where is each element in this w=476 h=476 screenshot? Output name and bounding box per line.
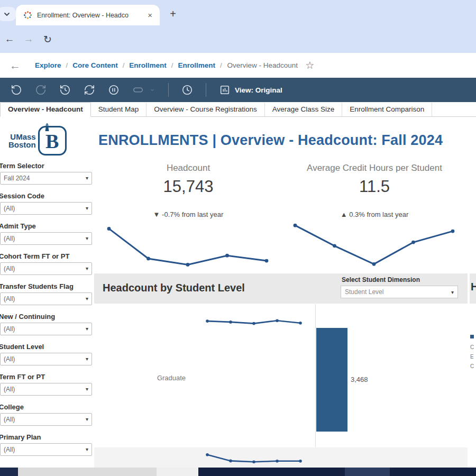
breadcrumb-link-explore[interactable]: Explore [35,61,61,69]
section-headcount-by-student-level: Headcount by Student Level Select Studen… [94,273,468,304]
chevron-down-icon [3,11,11,18]
filter-value: (All) [4,205,15,212]
filter-select-new-continuing[interactable]: (All) ▾ [0,323,92,335]
favorite-star-icon[interactable]: ☆ [305,59,314,71]
next-row-trend-line-clipped[interactable] [202,450,306,466]
breadcrumb-link-core-content[interactable]: Core Content [72,61,118,69]
kpi-credit-hours: Average Credit Hours per Student 11.5 ▲ … [286,163,463,218]
filter-value: (All) [4,295,15,303]
browser-tab[interactable]: Enrollment: Overview - Headco × [16,5,160,25]
filter-select-primary-plan[interactable]: (All) ▾ [0,443,92,456]
new-tab-button[interactable]: + [166,7,180,21]
chevron-down-icon: ▾ [86,263,88,274]
filter-select-student-level[interactable]: (All) ▾ [0,353,92,365]
refresh-icon[interactable] [84,84,95,96]
taskbar[interactable] [0,468,476,476]
next-panel-legend-clipped: C E C [470,335,476,373]
logo-monogram: B [38,126,67,155]
filter-student-level: Student Level (All) ▾ [0,343,94,365]
taskbar-segment[interactable] [0,468,18,476]
filter-label: Term Selector [0,162,94,170]
tab-search-button[interactable] [0,7,16,21]
bar-axis-line [315,304,316,468]
tab-close-icon[interactable]: × [145,10,154,20]
headcount-trend-sparkline[interactable] [104,221,272,272]
graduate-trend-line[interactable] [202,313,306,330]
legend-fragment: C [470,364,476,369]
filter-label: College [0,403,94,411]
kpi-delta: ▼ -0.7% from last year [98,210,278,218]
filter-value: (All) [4,416,15,423]
next-section-header-clipped: H [470,273,476,304]
redo-icon[interactable] [35,84,47,96]
chevron-down-icon: ▾ [86,353,88,365]
breadcrumb-link-enrollment-2[interactable]: Enrollment [178,61,215,69]
filter-value: (All) [4,355,15,363]
view-icon [219,84,231,96]
reload-icon[interactable]: ↻ [38,33,57,45]
breadcrumb-back-icon[interactable]: ← [10,59,21,72]
credit-hours-trend-sparkline[interactable] [290,219,458,271]
filter-select-cohort-term[interactable]: (All) ▾ [0,262,92,275]
sheet-tab-bar: Overview - Headcount Student Map Overvie… [0,102,476,117]
filter-label: Primary Plan [0,433,94,441]
filter-label: Student Level [0,343,94,351]
filter-value: (All) [4,325,15,333]
tab-enrollment-comparison[interactable]: Enrollment Comparison [342,103,432,116]
filter-session-code: Session Code (All) ▾ [0,192,94,215]
filter-label: Admit Type [0,222,94,230]
filter-term-ft-pt: Term FT or PT (All) ▾ [0,373,94,396]
filter-value: (All) [4,265,15,272]
umass-boston-logo: UMass Boston B [8,126,67,155]
pause-updates-icon[interactable] [108,84,120,96]
filter-new-continuing: New / Continuing (All) ▾ [0,313,94,335]
section-title: Headcount by Student Level [103,282,245,294]
forward-icon[interactable]: → [19,33,38,45]
tab-student-map[interactable]: Student Map [91,103,147,116]
dimension-value: Student Level [345,288,383,296]
logo-letter: B [45,130,59,153]
taskbar-segment[interactable] [18,468,157,476]
filter-select-session-code[interactable]: (All) ▾ [0,202,92,215]
chevron-down-icon: ▾ [86,293,88,305]
filter-value: (All) [4,235,15,242]
tableau-favicon [23,11,32,20]
student-dimension-select[interactable]: Student Level ▾ [341,286,458,298]
kpi-label: Headcount [98,163,278,173]
breadcrumb-separator: / [220,61,222,69]
share-icon[interactable] [132,84,144,96]
dashboard: UMass Boston B ENROLLMENTS | Overview - … [0,117,476,468]
dimension-selector-label: Select Student Dimension [342,276,420,283]
taskbar-segment[interactable] [390,468,476,476]
filter-select-term[interactable]: Fall 2024 ▾ [0,172,92,185]
chevron-down-icon: ▾ [86,172,88,184]
legend-swatch [470,335,474,338]
row-label-graduate: Graduate [142,374,201,382]
filter-panel: Term Selector Fall 2024 ▾ Session Code (… [0,162,94,463]
tab-overview-headcount[interactable]: Overview - Headcount [0,102,91,117]
logo-wordmark: UMass Boston [8,133,36,149]
breadcrumb-separator: / [66,61,68,69]
view-original-button[interactable]: View: Original [219,84,282,96]
graduate-headcount-bar[interactable] [316,328,347,432]
taskbar-segment[interactable] [345,468,390,476]
revert-icon[interactable] [59,84,71,96]
taskbar-segment[interactable] [157,468,198,476]
filter-select-admit-type[interactable]: (All) ▾ [0,232,92,245]
chevron-down-icon: ▾ [86,414,88,425]
filter-select-term-ft-pt[interactable]: (All) ▾ [0,383,92,396]
chevron-down-icon: ▾ [86,203,88,214]
legend-fragment: C [470,345,476,350]
toolbar-caret-down-icon[interactable] [149,84,155,96]
filter-select-transfer-students[interactable]: (All) ▾ [0,292,92,305]
metrics-clock-icon[interactable] [181,84,193,96]
back-icon[interactable]: ← [0,33,19,45]
breadcrumb-link-enrollment[interactable]: Enrollment [129,61,167,69]
tab-average-class-size[interactable]: Average Class Size [265,103,343,116]
filter-select-college[interactable]: (All) ▾ [0,413,92,426]
filter-value: (All) [4,446,15,453]
tab-overview-course-registrations[interactable]: Overview - Course Registrations [147,103,264,116]
undo-icon[interactable] [11,84,22,96]
taskbar-segment[interactable] [198,468,345,476]
tab-title: Enrollment: Overview - Headco [37,12,145,19]
